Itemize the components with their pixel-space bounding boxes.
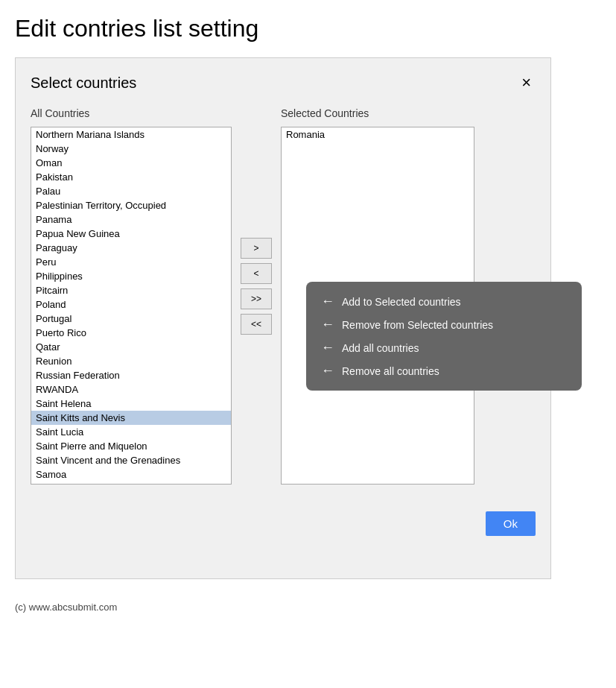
tooltip-row-remove: ← Remove from Selected countries [321, 317, 567, 332]
dialog-footer: Ok [31, 502, 536, 536]
all-countries-section: All Countries Northern Mariana IslandsNo… [31, 107, 232, 485]
list-item[interactable]: Palestinian Territory, Occupied [31, 198, 231, 212]
list-item[interactable]: Puerto Rico [31, 326, 231, 340]
ok-button[interactable]: Ok [486, 511, 536, 536]
list-item[interactable]: Pitcairn [31, 283, 231, 297]
list-item[interactable]: Saint Vincent and the Grenadines [31, 453, 231, 467]
list-item[interactable]: Samoa [31, 467, 231, 482]
tooltip-row-add-all: ← Add all countries [321, 340, 567, 356]
arrow-add-icon: ← [321, 294, 334, 309]
list-item[interactable]: Saint Pierre and Miquelon [31, 439, 231, 453]
footer-text: (c) www.abcsubmit.com [15, 602, 601, 613]
tooltip-remove-all-label: Remove all countries [342, 365, 439, 377]
list-item[interactable]: Portugal [31, 312, 231, 326]
remove-all-button[interactable]: << [241, 314, 272, 335]
close-button[interactable]: × [517, 73, 536, 92]
tooltip-row-add: ← Add to Selected countries [321, 294, 567, 309]
dialog-header: Select countries × [31, 73, 536, 92]
arrow-remove-all-icon: ← [321, 363, 334, 379]
list-item[interactable]: Romania [282, 127, 474, 142]
list-item[interactable]: Papua New Guinea [31, 227, 231, 241]
tooltip-add-label: Add to Selected countries [342, 296, 461, 308]
list-item[interactable]: Reunion [31, 354, 231, 368]
page-title: Edit contries list setting [15, 15, 601, 42]
transfer-buttons-column: > < >> << [232, 107, 281, 465]
list-item[interactable]: Palau [31, 184, 231, 198]
dialog-title: Select countries [31, 75, 136, 92]
list-item[interactable]: Saint Lucia [31, 425, 231, 439]
add-all-button[interactable]: >> [241, 288, 272, 309]
list-item[interactable]: Pakistan [31, 170, 231, 184]
list-item[interactable]: Norway [31, 142, 231, 156]
tooltip-add-all-label: Add all countries [342, 342, 419, 354]
list-item[interactable]: Saint Kitts and Nevis [31, 411, 231, 425]
dialog-wrapper: Select countries × All Countries Norther… [15, 57, 551, 579]
tooltip-box: ← Add to Selected countries ← Remove fro… [306, 282, 582, 391]
list-item[interactable]: Qatar [31, 340, 231, 354]
list-item[interactable]: Poland [31, 297, 231, 312]
add-button[interactable]: > [241, 238, 272, 259]
list-item[interactable]: Paraguay [31, 241, 231, 255]
arrow-add-all-icon: ← [321, 340, 334, 356]
list-item[interactable]: Northern Mariana Islands [31, 127, 231, 142]
selected-countries-label: Selected Countries [281, 107, 474, 119]
arrow-remove-icon: ← [321, 317, 334, 332]
remove-button[interactable]: < [241, 263, 272, 284]
list-item[interactable]: Saint Helena [31, 397, 231, 411]
list-item[interactable]: Russian Federation [31, 368, 231, 382]
tooltip-row-remove-all: ← Remove all countries [321, 363, 567, 379]
all-countries-list[interactable]: Northern Mariana IslandsNorwayOmanPakist… [31, 127, 232, 485]
list-item[interactable]: RWANDA [31, 382, 231, 397]
tooltip-remove-label: Remove from Selected countries [342, 319, 493, 331]
list-item[interactable]: Panama [31, 212, 231, 227]
list-item[interactable]: Peru [31, 255, 231, 269]
all-countries-label: All Countries [31, 107, 232, 119]
list-item[interactable]: Philippines [31, 269, 231, 283]
list-item[interactable]: Oman [31, 156, 231, 170]
